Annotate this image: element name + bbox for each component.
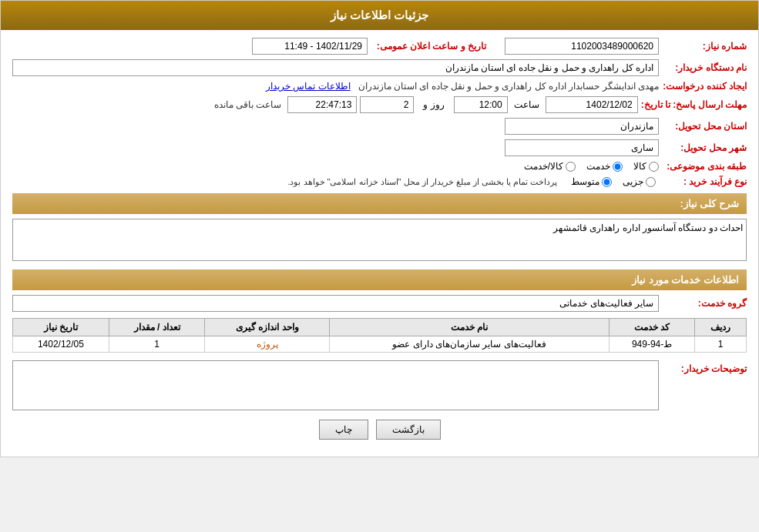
- creator-link[interactable]: اطلاعات تماس خریدار: [266, 81, 351, 92]
- purchase-motavasset: متوسط: [571, 176, 612, 187]
- deadline-remaining: 22:47:13: [287, 96, 357, 113]
- buyer-name-label: نام دستگاه خریدار:: [662, 62, 747, 73]
- table-cell: 1402/12/05: [13, 336, 109, 353]
- page-title: جزئیات اطلاعات نیاز: [331, 8, 428, 22]
- creator-label: ایجاد کننده درخواست:: [662, 81, 747, 92]
- purchase-motavasset-label: متوسط: [571, 176, 599, 187]
- need-desc-label: شرح کلی نیاز:: [680, 198, 739, 209]
- buyer-desc-row: توضیحات خریدار:: [12, 360, 747, 410]
- buyer-desc-label: توضیحات خریدار:: [662, 363, 747, 374]
- province-label: استان محل تحویل:: [662, 121, 747, 132]
- category-radio-khedmat[interactable]: [613, 162, 623, 172]
- need-desc-section-title: شرح کلی نیاز:: [12, 193, 747, 214]
- province-value: مازندران: [505, 118, 659, 135]
- deadline-days-label: روز و: [423, 99, 444, 110]
- category-options: کالا خدمت کالا/خدمت: [524, 161, 659, 172]
- creator-name: مهدی اندایشگر حسابدار اداره کل راهداری و…: [358, 81, 659, 92]
- content-area: شماره نیاز: 1102003489000620 تاریخ و ساع…: [1, 30, 758, 457]
- services-table: ردیف کد خدمت نام خدمت واحد اندازه گیری ت…: [12, 318, 747, 353]
- table-cell: پروژه: [205, 336, 330, 353]
- service-group-label: گروه خدمت:: [662, 298, 747, 309]
- deadline-label: مهلت ارسال پاسخ: تا تاریخ:: [641, 99, 747, 110]
- deadline-row: مهلت ارسال پاسخ: تا تاریخ: 1402/12/02 سا…: [12, 96, 747, 113]
- page-header: جزئیات اطلاعات نیاز: [1, 1, 758, 30]
- service-group-row: گروه خدمت: سایر فعالیت‌های خدماتی: [12, 295, 747, 312]
- table-cell: 1: [109, 336, 205, 353]
- deadline-time: 12:00: [454, 96, 508, 113]
- page-wrapper: جزئیات اطلاعات نیاز شماره نیاز: 11020034…: [0, 0, 759, 457]
- category-radio-kala[interactable]: [649, 162, 659, 172]
- col-date: تاریخ نیاز: [13, 319, 109, 336]
- deadline-remaining-label: ساعت باقی مانده: [214, 99, 282, 110]
- table-cell: 1: [695, 336, 747, 353]
- need-number-row: شماره نیاز: 1102003489000620 تاریخ و ساع…: [12, 38, 747, 55]
- category-khedmat: خدمت: [586, 161, 623, 172]
- buyer-desc-textarea[interactable]: [12, 360, 659, 410]
- creator-row: ایجاد کننده درخواست: مهدی اندایشگر حسابد…: [12, 81, 747, 92]
- need-description-textarea[interactable]: [12, 219, 747, 261]
- table-row: 1ط-94-949فعالیت‌های سایر سازمان‌های دارا…: [13, 336, 747, 353]
- announce-datetime-label: تاریخ و ساعت اعلان عمومی:: [371, 41, 486, 52]
- city-row: شهر محل تحویل: ساری: [12, 139, 747, 156]
- category-kala-khedmat-label: کالا/خدمت: [524, 161, 563, 172]
- col-service-name: نام خدمت: [330, 319, 610, 336]
- city-label: شهر محل تحویل:: [662, 142, 747, 153]
- buyer-name-row: نام دستگاه خریدار: اداره کل راهداری و حم…: [12, 59, 747, 76]
- deadline-time-label: ساعت: [514, 99, 539, 110]
- category-khedmat-label: خدمت: [586, 161, 610, 172]
- col-unit: واحد اندازه گیری: [205, 319, 330, 336]
- category-label: طبقه بندی موضوعی:: [662, 161, 747, 172]
- category-radio-kala-khedmat[interactable]: [566, 162, 576, 172]
- services-table-section: ردیف کد خدمت نام خدمت واحد اندازه گیری ت…: [12, 318, 747, 353]
- table-cell: ط-94-949: [609, 336, 695, 353]
- purchase-type-desc: پرداخت تمام یا بخشی از مبلغ خریدار از مح…: [287, 177, 557, 187]
- purchase-jozi: جزیی: [623, 176, 656, 187]
- purchase-radio-jozi[interactable]: [646, 177, 656, 187]
- announce-datetime-value: 1402/11/29 - 11:49: [252, 38, 368, 55]
- purchase-jozi-label: جزیی: [623, 176, 643, 187]
- table-cell: فعالیت‌های سایر سازمان‌های دارای عضو: [330, 336, 610, 353]
- need-number-value: 1102003489000620: [505, 38, 659, 55]
- need-number-label: شماره نیاز:: [662, 41, 747, 52]
- category-kala: کالا: [633, 161, 659, 172]
- col-quantity: تعداد / مقدار: [109, 319, 205, 336]
- deadline-days: 2: [360, 96, 414, 113]
- deadline-date: 1402/12/02: [546, 96, 638, 113]
- category-row: طبقه بندی موضوعی: کالا خدمت کالا/خدمت: [12, 161, 747, 172]
- button-row: بازگشت چاپ: [12, 420, 747, 440]
- purchase-type-label: نوع فرآیند خرید :: [662, 176, 747, 187]
- need-desc-container: [12, 219, 747, 263]
- col-row: ردیف: [695, 319, 747, 336]
- col-service-code: کد خدمت: [609, 319, 695, 336]
- table-body: 1ط-94-949فعالیت‌های سایر سازمان‌های دارا…: [13, 336, 747, 353]
- services-section-title: اطلاعات خدمات مورد نیاز: [12, 269, 747, 290]
- table-header: ردیف کد خدمت نام خدمت واحد اندازه گیری ت…: [13, 319, 747, 336]
- category-kala-label: کالا: [633, 161, 646, 172]
- purchase-radio-motavasset[interactable]: [602, 177, 612, 187]
- print-button[interactable]: چاپ: [319, 420, 368, 440]
- purchase-type-options: جزیی متوسط: [571, 176, 656, 187]
- category-kala-khedmat: کالا/خدمت: [524, 161, 576, 172]
- service-group-value: سایر فعالیت‌های خدماتی: [12, 295, 659, 312]
- back-button[interactable]: بازگشت: [376, 420, 441, 440]
- city-value: ساری: [505, 139, 659, 156]
- purchase-type-row: نوع فرآیند خرید : جزیی متوسط پرداخت تمام…: [12, 176, 747, 187]
- province-row: استان محل تحویل: مازندران: [12, 118, 747, 135]
- buyer-name-value: اداره کل راهداری و حمل و نقل جاده ای است…: [12, 59, 659, 76]
